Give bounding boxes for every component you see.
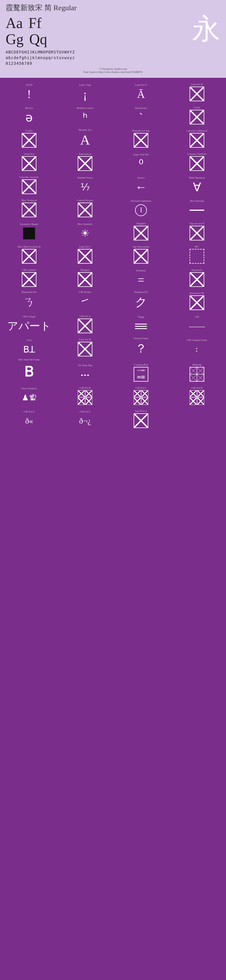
glyph-cjkextf: ð¬¿ xyxy=(79,414,91,428)
cell-greek: Greek xyxy=(169,102,224,125)
label-cjkstrokes: CJK Strokes xyxy=(79,291,91,294)
cell-cjkextc: CJK Ext C xyxy=(113,383,169,406)
glyph-controlpictures xyxy=(78,202,92,217)
label-cjkcompatforms: CJK Compat Forms xyxy=(187,339,207,342)
glyph-greek xyxy=(190,110,204,124)
label-yijing: Yijing xyxy=(138,315,144,318)
label-latinextadd: Latin Ext Additional xyxy=(186,129,207,132)
label-cjk: CJK xyxy=(194,315,199,318)
glyph-cjkcompat: アパート xyxy=(7,319,51,333)
cell-misctechnical: Misc Technical xyxy=(2,195,57,218)
label-cjkextb: CJK Ext B xyxy=(79,387,90,390)
cell-taixuan: Tai Xuan Jing 𝌀 xyxy=(57,358,113,382)
cell-verticalforms: Vertical Forms ？ xyxy=(113,334,169,357)
cell-latinexta: Latin Ext A Ā xyxy=(113,79,169,102)
cell-arrows: Arrows ← xyxy=(113,172,169,195)
cell-enclosedalphanum: Enclosed Alphanum Ⅰ xyxy=(113,195,169,218)
cell-ipc: IPC xyxy=(169,242,224,264)
cell-greekext: Greek Ext xyxy=(2,149,57,172)
label-bopomofoext: Bopomofo Ext xyxy=(22,291,36,294)
glyph-dingbats xyxy=(134,226,148,240)
cell-halffulls: Half And Full Forms Ｂ xyxy=(2,358,57,382)
label-arrows: Arrows xyxy=(137,176,145,179)
label-verticalforms: Vertical Forms xyxy=(133,337,148,340)
glyph-katakana: = xyxy=(137,273,144,287)
glyph-grid-container: ASCII ! Latin 1 Sup ¡ Latin Ext A Ā Lati… xyxy=(0,78,226,430)
cell-punctuation: Punctuation xyxy=(57,149,113,172)
cell-ascii: ASCII ! xyxy=(2,79,57,102)
label-ipaext: IPA Ext xyxy=(25,107,33,110)
sample-ff: Ff xyxy=(28,15,41,31)
glyph-suppunct xyxy=(134,249,148,264)
label-ascii: ASCII xyxy=(26,83,33,87)
cell-suppunct: Sup Punctuation xyxy=(113,242,169,264)
glyph-cjkcompatforms: ︰ xyxy=(193,342,200,356)
label-geometricshapes: Geometric Shapes xyxy=(20,223,38,226)
cell-latinextc: Latin Ext C xyxy=(57,242,113,264)
label-currency: Currency Symbols xyxy=(187,153,206,156)
cell-mathoperators: Math Operators ∀ xyxy=(169,172,224,195)
glyph-enclosedalphanum: Ⅰ xyxy=(135,203,147,217)
cell-miscmathb: Misc Math Symbols B xyxy=(2,242,57,264)
glyph-suparrowsb xyxy=(190,226,204,240)
cell-cjksymbols: CJK Symbols xyxy=(2,265,57,288)
label-bopomofo: Bopomofo xyxy=(191,269,202,272)
cell-cjkextb: CJK Ext B xyxy=(57,383,113,406)
label-hiragana: Hiragana xyxy=(81,269,90,272)
cell-letterlike: Letterlike Symbols xyxy=(2,172,57,195)
cell-latin1sup: Latin 1 Sup ¡ xyxy=(57,79,113,102)
glyph-supersub: ⁰ xyxy=(139,157,144,171)
label-latinexta: Latin Ext A xyxy=(135,83,147,87)
label-enclosedcjk: Enclosed CJK xyxy=(190,292,204,295)
font-title: 霞鹜新致宋 简 Regular xyxy=(6,3,220,13)
glyph-latinextadd xyxy=(190,133,204,148)
cell-controlpictures: Control Pictures xyxy=(57,195,113,218)
cell-suppuaa: Sup PUA A xyxy=(113,406,169,429)
label-dingbats: Dingbats xyxy=(136,222,146,225)
cell-cjkexte: CJK Ext E ð« xyxy=(2,406,57,429)
glyph-latinexta: Ā xyxy=(137,87,145,101)
latin-samples: Aa Ff Gg Qq xyxy=(6,15,186,47)
label-suppuaa: Sup PUA A xyxy=(135,410,147,413)
cell-empty xyxy=(169,406,224,429)
label-numberforms: Number Forms xyxy=(77,176,93,179)
cell-latinextadd: Latin Ext Additional xyxy=(169,126,224,148)
label-cjkcompat: CJK Compat xyxy=(23,315,36,318)
cell-cjkstrokes: CJK Strokes ㇀ xyxy=(57,288,113,311)
lowercase-alphabet: abcdefghijklmnopqrstuvwxyz xyxy=(6,55,220,61)
glyph-cjksymbols xyxy=(22,272,36,287)
label-greek: Greek xyxy=(194,106,200,109)
label-cjksymbols: CJK Symbols xyxy=(22,269,36,272)
cell-latinextd: Latin Ext D xyxy=(57,334,113,357)
cell-supersub: Super And Sub ⁰ xyxy=(113,149,169,172)
cell-currency: Currency Symbols xyxy=(169,149,224,172)
glyph-suppuaa xyxy=(134,413,148,428)
label-mathoperators: Math Operators xyxy=(189,176,205,179)
alphabet-section: ABCDEFGHIJKLMNOPQRSTUVWXYZ abcdefghijklm… xyxy=(6,49,220,66)
sample-gg: Gg xyxy=(6,31,24,47)
glyph-bopomofoext: ㄋ xyxy=(23,294,35,310)
label-ipc: IPC xyxy=(195,245,199,248)
cell-cjkextf: CJK Ext F ð¬¿ xyxy=(57,406,113,429)
sample-area: Aa Ff Gg Qq 永 xyxy=(6,15,220,47)
glyph-lisu: ꓐꓕ xyxy=(23,342,35,356)
glyph-latin1sup: ¡ xyxy=(83,87,87,101)
glyph-halffulls: Ｂ xyxy=(22,362,36,382)
cell-geometricshapes: Geometric Shapes xyxy=(2,218,57,241)
copyright: © Design by fontke.com xyxy=(6,67,220,70)
cell-ipaext: IPA Ext ə xyxy=(2,102,57,125)
glyph-miscsymbols: ☀ xyxy=(81,226,90,240)
label-cjkexta: CJK Ext A xyxy=(79,315,90,318)
label-punctuation: Punctuation xyxy=(79,153,91,156)
cell-katakanaext: Katakana Ext ク xyxy=(113,288,169,311)
cell-dingbats: Dingbats xyxy=(113,218,169,241)
glyph-chess: ♟🨀 xyxy=(22,391,37,405)
label-phoneticextsup: Phonetic Ext Sup xyxy=(132,129,150,132)
glyph-cjkextc xyxy=(134,390,148,405)
sample-aa: Aa xyxy=(6,15,23,31)
glyph-mathoperators: ∀ xyxy=(193,180,201,194)
cell-phoneticext: Phonetic Ext A xyxy=(57,126,113,148)
glyph-yijing xyxy=(135,319,147,333)
label-suparrowsb: Sup Arrows B xyxy=(190,222,204,225)
glyph-grid: ASCII ! Latin 1 Sup ¡ Latin Ext A Ā Lati… xyxy=(2,79,224,429)
